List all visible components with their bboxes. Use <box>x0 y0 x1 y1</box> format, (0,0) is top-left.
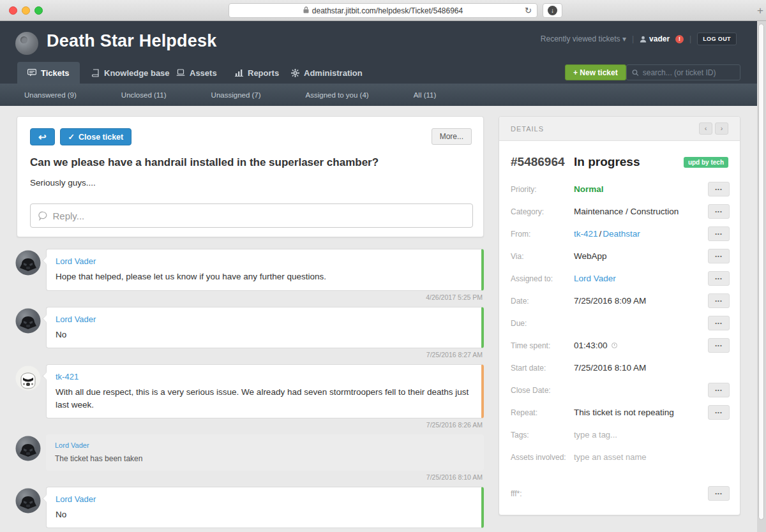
message-timestamp: 7/25/2016 8:27 AM <box>46 351 483 358</box>
message-author-link[interactable]: tk-421 <box>56 372 79 381</box>
vader-avatar <box>15 436 41 461</box>
ticket-status: In progress <box>574 155 640 169</box>
filter-unassigned[interactable]: Unassigned (7) <box>211 91 261 99</box>
details-row: Assets involved:type an asset name <box>511 446 730 468</box>
tab-reports[interactable]: Reports <box>225 62 289 84</box>
reload-icon[interactable]: ↻ <box>525 6 532 15</box>
scrollbar-thumb[interactable] <box>758 24 764 520</box>
field-menu-button[interactable]: ••• <box>708 271 730 286</box>
filter-unanswered[interactable]: Unanswered (9) <box>24 91 77 99</box>
address-bar[interactable]: deathstar.jitbit.com/helpdesk/Ticket/548… <box>229 3 537 18</box>
field-value-link[interactable]: tk-421 <box>574 229 598 239</box>
field-menu-button[interactable]: ••• <box>708 293 730 308</box>
details-row: Repeat:This ticket is not repeating••• <box>511 401 730 424</box>
message-author-link[interactable]: Lord Vader <box>55 441 89 449</box>
laptop-icon <box>176 69 185 77</box>
filter-all[interactable]: All (11) <box>414 91 437 99</box>
field-label: Due: <box>511 319 574 328</box>
vader-avatar <box>15 488 41 514</box>
message-row: Lord VaderNo7/25/2016 8:10 AM <box>15 487 484 532</box>
field-menu-button[interactable]: ••• <box>708 249 730 263</box>
message-author-link[interactable]: Lord Vader <box>56 256 96 266</box>
more-button[interactable]: More... <box>432 128 472 145</box>
tab-tickets[interactable]: Tickets <box>17 62 80 84</box>
ticket-card: ↩ ✓Close ticket More... Can we please ha… <box>17 116 484 237</box>
new-ticket-button[interactable]: + New ticket <box>565 64 626 80</box>
vader-avatar <box>15 250 41 276</box>
system-message: Lord VaderThe ticket has been taken <box>46 434 484 470</box>
message-row: Lord VaderHope that helped, please let u… <box>15 249 484 307</box>
ticket-number: #5486964 <box>511 155 574 169</box>
message-author-link[interactable]: Lord Vader <box>56 494 96 504</box>
field-menu-button[interactable]: ••• <box>708 226 730 241</box>
field-label: From: <box>511 230 574 239</box>
field-menu-button[interactable]: ••• <box>708 486 730 501</box>
username: vader <box>649 34 670 43</box>
ticket-body: Seriously guys.... <box>30 178 96 188</box>
vader-avatar <box>15 308 41 334</box>
field-menu-button[interactable]: ••• <box>708 383 730 397</box>
message-text: With all due respect, this is a very ser… <box>56 386 472 411</box>
lock-icon <box>303 6 309 15</box>
field-label: Date: <box>511 297 574 306</box>
tab-administration[interactable]: Administration <box>281 62 373 84</box>
field-menu-button[interactable]: ••• <box>708 182 730 196</box>
field-value: Normal <box>574 184 708 194</box>
minimize-window-button[interactable] <box>22 6 30 15</box>
message-timestamp: 7/25/2016 8:26 AM <box>46 421 483 429</box>
field-label: Priority: <box>511 185 574 194</box>
logout-button[interactable]: LOG OUT <box>697 33 737 45</box>
field-value: Lord Vader <box>574 274 708 283</box>
details-row: Assigned to:Lord Vader••• <box>511 267 730 290</box>
details-row: Date:7/25/2016 8:09 AM••• <box>511 290 730 312</box>
field-text: / <box>599 229 602 239</box>
page-scrollbar[interactable] <box>757 21 766 532</box>
recently-viewed-dropdown[interactable]: Recently viewed tickets ▾ <box>541 34 626 43</box>
field-menu-button[interactable]: ••• <box>708 316 730 330</box>
search-icon <box>632 69 639 77</box>
book-icon <box>92 69 100 77</box>
current-user[interactable]: vader <box>640 34 670 43</box>
field-label: Start date: <box>511 364 574 373</box>
reply-arrow-icon: ↩ <box>38 132 47 142</box>
field-placeholder[interactable]: type an asset name <box>574 452 646 462</box>
check-icon: ✓ <box>68 132 75 142</box>
prev-ticket-button[interactable]: ‹ <box>699 122 712 135</box>
filter-unclosed[interactable]: Unclosed (11) <box>121 91 167 99</box>
reply-button[interactable]: ↩ <box>30 128 55 145</box>
filter-assigned-to-you[interactable]: Assigned to you (4) <box>306 91 369 99</box>
field-menu-button[interactable]: ••• <box>708 204 730 219</box>
tab-assets[interactable]: Assets <box>166 62 227 84</box>
ticket-title: Can we please have a handrail installed … <box>30 156 470 169</box>
next-ticket-button[interactable]: › <box>715 122 728 135</box>
main-nav: Tickets Knowledge base Assets Reports Ad… <box>0 62 757 84</box>
field-value-link[interactable]: Lord Vader <box>574 274 616 283</box>
maximize-window-button[interactable] <box>34 6 43 15</box>
field-label: Assigned to: <box>511 274 574 283</box>
close-window-button[interactable] <box>9 6 17 15</box>
tab-knowledge-base[interactable]: Knowledge base <box>82 62 180 84</box>
field-value: 7/25/2016 8:10 AM <box>574 363 730 373</box>
message-row: tk-421With all due respect, this is a ve… <box>15 364 484 434</box>
message-bubble: Lord VaderNo <box>46 307 484 349</box>
alert-badge[interactable]: ! <box>675 35 684 43</box>
message-text: No <box>56 508 472 521</box>
field-menu-button[interactable]: ••• <box>708 405 730 420</box>
reply-input[interactable] <box>53 211 465 221</box>
search-box[interactable] <box>626 64 740 80</box>
field-value-link[interactable]: Deathstar <box>603 229 640 239</box>
reply-box[interactable] <box>30 203 473 228</box>
details-row: Priority:Normal••• <box>511 178 730 200</box>
speech-bubble-icon <box>38 211 48 221</box>
message-author-link[interactable]: Lord Vader <box>56 314 96 324</box>
close-ticket-button[interactable]: ✓Close ticket <box>60 128 132 145</box>
field-menu-button[interactable]: ••• <box>708 338 730 353</box>
search-input[interactable] <box>643 68 735 77</box>
message-bubble: tk-421With all due respect, this is a ve… <box>46 364 484 418</box>
download-button[interactable]: ↓ <box>543 3 562 18</box>
details-panel: DETAILS ‹ › #5486964 In progress upd by … <box>499 116 740 515</box>
message-text: Hope that helped, please let us know if … <box>56 270 472 283</box>
new-tab-plus-icon[interactable]: + <box>757 4 763 17</box>
details-row: Category:Maintenance / Construction••• <box>511 200 730 223</box>
field-placeholder[interactable]: type a tag... <box>574 430 617 440</box>
